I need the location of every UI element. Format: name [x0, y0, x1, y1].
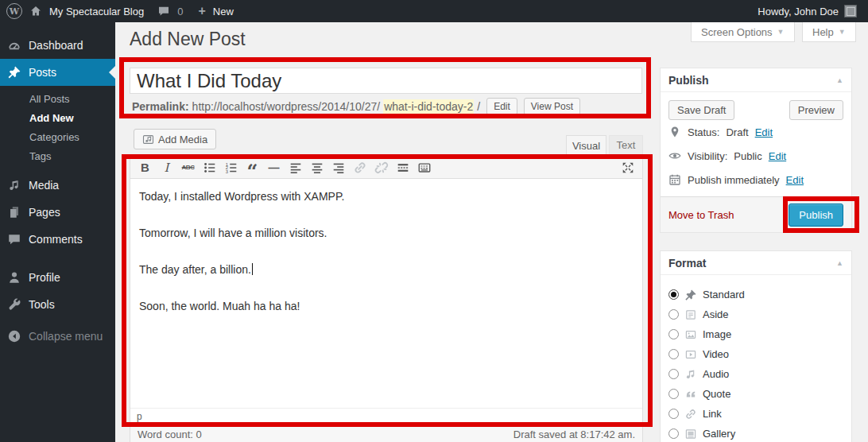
add-media-button[interactable]: Add Media — [134, 129, 216, 149]
sidebar-item-add-new[interactable]: Add New — [0, 108, 115, 127]
remove-link-icon[interactable] — [370, 158, 392, 177]
radio-video[interactable] — [668, 349, 679, 359]
distraction-free-icon[interactable] — [617, 158, 638, 177]
sidebar-item-label: Posts — [29, 66, 56, 79]
media-note-icon — [7, 178, 21, 192]
site-name-link[interactable]: My Spectacular Blog — [49, 6, 144, 17]
sidebar-item-collapse-menu[interactable]: Collapse menu — [0, 323, 115, 350]
strikethrough-icon[interactable]: ABC — [177, 158, 199, 177]
home-icon[interactable] — [29, 5, 42, 17]
align-center-icon[interactable] — [306, 158, 327, 177]
howdy-account-link[interactable]: Howdy, John Doe — [758, 6, 839, 17]
svg-text:3: 3 — [225, 169, 227, 174]
radio-audio[interactable] — [668, 369, 679, 379]
editor-paragraph: Today, I installed Wordpress with XAMPP. — [139, 188, 634, 204]
format-option-label: Gallery — [703, 428, 735, 440]
radio-quote[interactable] — [668, 389, 679, 399]
pushpin-icon — [684, 289, 697, 301]
new-content-link[interactable]: New — [213, 6, 234, 17]
pushpin-icon — [7, 65, 21, 79]
publish-box: Publish ▲ Save Draft Preview Status: Dra… — [660, 68, 852, 233]
radio-gallery[interactable] — [668, 428, 679, 439]
help-label: Help — [812, 26, 834, 38]
visibility-label: Visibility: — [688, 150, 727, 162]
sidebar-item-posts[interactable]: Posts — [0, 59, 115, 86]
blockquote-icon[interactable]: “ — [242, 154, 263, 181]
save-draft-button[interactable]: Save Draft — [668, 100, 734, 120]
comments-count[interactable]: 0 — [177, 6, 183, 17]
tab-text[interactable]: Text — [609, 135, 643, 155]
sidebar-item-label: Media — [29, 179, 59, 192]
numbered-list-icon[interactable]: 123 — [220, 158, 242, 177]
status-row: Status: Draft Edit — [668, 120, 843, 144]
post-title-input[interactable] — [130, 68, 642, 94]
radio-link[interactable] — [668, 409, 679, 419]
sidebar-item-tags[interactable]: Tags — [0, 146, 115, 165]
editor-toolbar: B I ABC 123 “ — — [130, 157, 642, 179]
sidebar-item-dashboard[interactable]: Dashboard — [0, 32, 115, 59]
dashboard-gauge-icon — [7, 38, 21, 52]
wordpress-logo-icon[interactable]: W — [6, 3, 22, 19]
sidebar-item-pages[interactable]: Pages — [0, 199, 115, 226]
insert-link-icon[interactable] — [349, 158, 370, 177]
editor-paragraph: Soon, the world. Muah ha ha ha! — [139, 298, 634, 314]
add-media-label: Add Media — [158, 134, 207, 145]
image-icon — [684, 328, 697, 341]
admin-menu: Dashboard Posts All Posts Add New Catego… — [0, 22, 115, 442]
format-option-video: Video — [668, 344, 843, 364]
permalink-slug[interactable]: what-i-did-today-2 — [383, 99, 474, 114]
edit-visibility-link[interactable]: Edit — [769, 150, 786, 162]
sidebar-item-tools[interactable]: Tools — [0, 291, 115, 318]
help-tab[interactable]: Help ▼ — [802, 22, 856, 42]
publish-box-body: Save Draft Preview Status: Draft Edit Vi… — [661, 92, 851, 196]
sidebar-item-media[interactable]: Media — [0, 172, 115, 199]
sidebar-item-all-posts[interactable]: All Posts — [0, 89, 115, 108]
text-cursor — [252, 263, 253, 275]
format-option-audio: Audio — [668, 364, 843, 384]
format-option-label: Image — [703, 328, 731, 340]
collapse-panel-icon[interactable]: ▲ — [836, 76, 843, 84]
screen-options-tab[interactable]: Screen Options ▼ — [691, 22, 795, 42]
publish-box-footer: Move to Trash Publish — [661, 196, 851, 232]
format-option-aside: Aside — [668, 304, 843, 324]
view-post-button[interactable]: View Post — [524, 98, 580, 115]
horizontal-rule-icon[interactable]: — — [263, 158, 285, 177]
sidebar-item-comments[interactable]: Comments — [0, 226, 115, 253]
edit-status-link[interactable]: Edit — [755, 126, 773, 138]
format-box-body: Standard Aside Image — [661, 275, 851, 442]
sidebar-item-label: Pages — [29, 206, 60, 219]
format-box: Format ▲ Standard Aside — [660, 250, 852, 442]
publish-button[interactable]: Publish — [789, 204, 843, 227]
align-left-icon[interactable] — [285, 158, 306, 177]
edit-permalink-button[interactable]: Edit — [486, 98, 517, 115]
radio-standard[interactable] — [668, 289, 679, 300]
sidebar-item-profile[interactable]: Profile — [0, 264, 115, 291]
italic-icon[interactable]: I — [156, 158, 177, 177]
bulleted-list-icon[interactable] — [199, 158, 220, 177]
radio-aside[interactable] — [668, 309, 679, 320]
more-tag-icon[interactable] — [392, 158, 413, 177]
avatar[interactable] — [844, 5, 857, 17]
sidebar-item-categories[interactable]: Categories — [0, 127, 115, 146]
plus-icon[interactable]: + — [198, 5, 205, 17]
collapse-panel-icon[interactable]: ▲ — [836, 259, 843, 267]
eye-icon — [668, 149, 681, 162]
publish-box-title: Publish — [668, 74, 709, 87]
preview-button[interactable]: Preview — [789, 100, 843, 120]
element-path[interactable]: p — [137, 411, 142, 422]
permalink-suffix: / — [477, 100, 480, 113]
permalink-base-url: http://localhost/wordpress/2014/10/27/ — [192, 100, 381, 113]
bold-icon[interactable]: B — [134, 158, 156, 177]
comments-bubble-icon[interactable] — [157, 5, 170, 17]
sidebar-item-label: Comments — [29, 233, 83, 246]
toolbar-toggle-icon[interactable] — [413, 158, 435, 177]
publish-box-header[interactable]: Publish ▲ — [661, 68, 851, 92]
tab-visual[interactable]: Visual — [566, 135, 606, 155]
calendar-icon — [668, 173, 681, 186]
editor-content-area[interactable]: Today, I installed Wordpress with XAMPP.… — [130, 179, 642, 408]
format-box-header[interactable]: Format ▲ — [661, 251, 851, 275]
radio-image[interactable] — [668, 329, 679, 339]
move-to-trash-link[interactable]: Move to Trash — [668, 209, 734, 221]
edit-schedule-link[interactable]: Edit — [786, 174, 804, 186]
align-right-icon[interactable] — [327, 158, 349, 177]
